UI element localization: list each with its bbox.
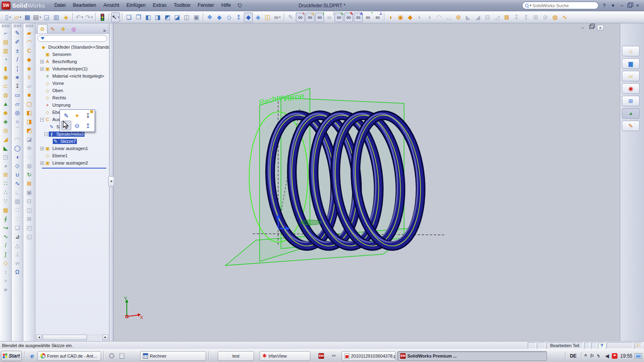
scroll-right-button[interactable]: ► xyxy=(103,335,108,340)
dome-icon[interactable]: ◕ xyxy=(1,161,10,170)
parting-line-icon[interactable]: ◱ xyxy=(25,232,34,241)
redo-icon-dropdown[interactable]: ▾ xyxy=(91,16,93,19)
shaded-with-edges-icon[interactable]: ❖ xyxy=(205,12,214,22)
search-box[interactable]: Ϙ ▾ xyxy=(522,2,599,9)
scrollbar-thumb[interactable] xyxy=(43,335,87,340)
normal-to-icon[interactable]: ↥ xyxy=(83,121,93,130)
language-indicator[interactable]: DE xyxy=(568,353,578,359)
edit-sketch-icon[interactable]: ✎ xyxy=(61,111,71,120)
task-solidworks-premium[interactable]: SWSolidWorks Premium ... xyxy=(397,351,547,361)
hide-show-planes-icon[interactable]: ∞◇ xyxy=(305,12,314,22)
fillet-feature-icon[interactable]: ◆ xyxy=(1,108,10,117)
select-arrow-icon[interactable]: ↖▾ xyxy=(111,12,120,22)
mass-properties-icon[interactable]: ▤ xyxy=(1,37,10,46)
tree-item-vorne[interactable]: ◇Vorne xyxy=(35,80,109,87)
point-icon[interactable]: ∗ xyxy=(12,73,22,82)
select-arrow-icon-dropdown[interactable]: ▾ xyxy=(118,16,120,19)
featuremanager-tab[interactable]: ⚙ xyxy=(37,24,47,33)
draft-feature-icon[interactable]: ◢ xyxy=(1,135,10,144)
table-pattern-icon[interactable]: ▦ xyxy=(1,206,10,214)
flex-icon[interactable]: ◈ xyxy=(25,64,34,73)
slot-icon[interactable]: ∪ xyxy=(12,170,22,179)
volume-icon[interactable]: ◀ xyxy=(605,353,609,359)
view-left-icon[interactable]: ◧ xyxy=(144,12,153,22)
linear-pattern-lt-icon[interactable]: ∷ xyxy=(1,179,10,188)
curve-pattern-icon[interactable]: ∵ xyxy=(1,197,10,206)
view-settings-icon[interactable]: ∞▾ xyxy=(273,12,282,22)
delete-face-icon[interactable]: ◰ xyxy=(25,223,34,232)
tree-filter-box[interactable] xyxy=(37,35,107,42)
menu-fenster[interactable]: Fenster xyxy=(194,0,218,11)
start-button[interactable]: Start xyxy=(1,351,22,361)
search-scope-dropdown-icon[interactable]: ▾ xyxy=(530,4,531,7)
view-dimetric-icon[interactable]: ▣ xyxy=(192,12,201,22)
modify-sketch-icon[interactable]: ± xyxy=(12,46,22,55)
point-ref-icon[interactable]: ∗ xyxy=(1,285,10,294)
tree-item-druckfeder-standard-standard[interactable]: ◆Druckfeder (Standard<<Standard xyxy=(35,43,109,51)
coordinate-system-icon[interactable]: + xyxy=(1,276,10,285)
offset-surface-icon[interactable]: ◌ xyxy=(25,152,34,161)
trim-entities-icon[interactable]: △ xyxy=(12,241,22,250)
three-point-arc-icon[interactable]: ◠ xyxy=(12,135,22,144)
tree-item-volumenkörper-1-[interactable]: +▣Volumenkörper(1) xyxy=(35,65,109,72)
section-properties-icon[interactable]: ▥ xyxy=(1,46,10,55)
tags-icon[interactable]: ⚐ xyxy=(634,342,642,349)
dome-feature-icon[interactable]: ◆ xyxy=(25,55,34,64)
print-preview-icon[interactable]: ◲ xyxy=(42,12,51,22)
revolved-cut-icon[interactable]: ◠ xyxy=(435,12,444,22)
sweep-profile-section[interactable] xyxy=(300,220,321,225)
scroll-left-button[interactable]: ◄ xyxy=(36,335,42,340)
tree-expander-plus[interactable]: + xyxy=(40,161,44,165)
view-bottom-icon[interactable]: ◪ xyxy=(173,12,182,22)
tree-item-rechts[interactable]: ◇Rechts xyxy=(35,94,109,101)
boundary-surface-icon[interactable]: ⊕ xyxy=(25,144,34,152)
replace-face-icon[interactable]: ⊞ xyxy=(25,214,34,223)
graphics-viewport[interactable]: Rechts Vorne Y X – × xyxy=(114,23,620,341)
print-icon-dropdown[interactable]: ▾ xyxy=(39,16,41,19)
avira-antivir-icon[interactable]: ☂ xyxy=(612,353,617,359)
wireframe-icon[interactable]: ◈ xyxy=(254,12,262,22)
task-foren-cad[interactable]: Foren auf CAD.de - Ant... xyxy=(37,351,101,361)
view-settings-icon-dropdown[interactable]: ▾ xyxy=(279,16,281,19)
mirror-entities-icon[interactable]: ⊥ xyxy=(12,250,22,259)
extend-surface-icon[interactable]: ▣ xyxy=(25,188,34,197)
lofted-boss-icon[interactable]: ◆ xyxy=(406,12,415,22)
tree-expander-plus[interactable]: + xyxy=(40,67,44,71)
offset-entities-icon[interactable]: ⊿ xyxy=(12,232,22,241)
snipping-tool-icon[interactable]: ✂ xyxy=(330,352,338,360)
surface-icon[interactable]: ■ xyxy=(25,90,34,99)
open-doc-icon[interactable]: ▱▾ xyxy=(13,12,22,22)
tree-horizontal-scrollbar[interactable]: ◄ ► xyxy=(36,335,108,340)
lofted-surface-icon[interactable]: ◪ xyxy=(25,135,34,144)
reference-geometry-icon[interactable]: ◍ xyxy=(551,12,559,22)
thicken-icon[interactable]: ▢ xyxy=(25,99,34,108)
extrude-icon[interactable]: ▮ xyxy=(1,64,10,73)
combine-icon[interactable]: ⊘ xyxy=(541,12,550,22)
reference-axis-icon[interactable]: ↕ xyxy=(1,267,10,276)
menu-einfügen[interactable]: Einfügen xyxy=(123,0,149,11)
linear-sketch-pattern-icon[interactable]: ∷ xyxy=(12,206,22,214)
hide-show-points-icon[interactable]: ∞* xyxy=(363,12,372,22)
view-back-icon[interactable]: ❐ xyxy=(134,12,143,22)
taskpane-design-library-icon[interactable]: ▱ xyxy=(622,71,640,81)
tree-item-linear-austragen1[interactable]: +▣Linear austragen1 xyxy=(35,145,109,152)
section-view-icon[interactable]: ◫ xyxy=(263,12,272,22)
3d-sketch-icon[interactable]: ✐ xyxy=(12,37,22,46)
new-doc-icon-dropdown[interactable]: ▾ xyxy=(9,16,11,19)
undo-icon[interactable]: ↶▾ xyxy=(75,12,84,22)
menu-toolbox[interactable]: Toolbox xyxy=(170,0,194,11)
swept-surface-icon[interactable]: ◩ xyxy=(25,126,34,135)
freeform-icon[interactable]: ◠ xyxy=(25,37,34,46)
save-icon[interactable]: ▦ xyxy=(23,12,32,22)
knit-surface-icon[interactable]: ↻ xyxy=(25,170,34,179)
tree-item-ursprung[interactable]: +Ursprung xyxy=(35,101,109,109)
hide-show-origins-icon[interactable]: ∞⊥ xyxy=(373,12,382,22)
network-status-icon[interactable]: ⚐ xyxy=(590,353,594,359)
chamfer-feature-icon[interactable]: ◈ xyxy=(1,117,10,126)
composite-curve-icon[interactable]: ∿ xyxy=(1,232,10,241)
sketch-fillet-icon[interactable]: ∟ xyxy=(12,188,22,197)
menu-hilfe[interactable]: Hilfe xyxy=(218,0,235,11)
revolved-boss-icon[interactable]: ◉ xyxy=(396,12,405,22)
rib-icon[interactable]: ⊟ xyxy=(483,12,492,22)
configurationmanager-tab[interactable]: ❖ xyxy=(58,24,68,33)
